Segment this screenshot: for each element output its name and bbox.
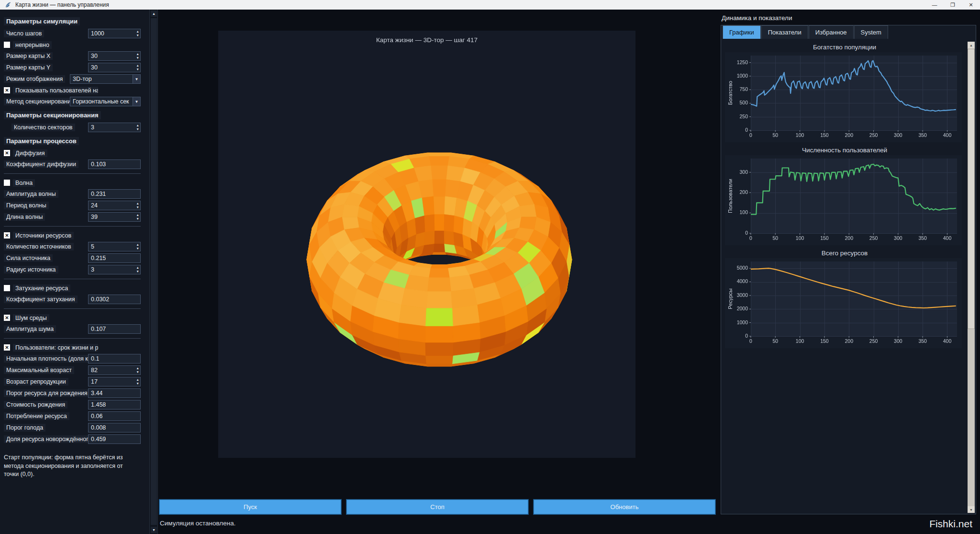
app-window: Карта жизни — панель управления — ❐ ✕ Па… [0,0,980,534]
charts-scrollbar-thumb[interactable] [968,49,975,329]
source-strength-entry[interactable]: 0.215 [88,253,141,263]
display-mode-value: 3D-тор [73,76,92,82]
environment-noise-checkbox[interactable]: ✕ [4,315,10,321]
map-size-y-spinbox[interactable]: 30▲▼ [88,63,141,72]
newborn-resource-share-entry[interactable]: 0.459 [88,434,141,444]
close-button[interactable]: ✕ [962,0,980,10]
tab-favorites[interactable]: Избранное [809,25,854,39]
wave-amplitude-entry[interactable]: 0.231 [88,189,141,199]
wave-period-spinbox[interactable]: 24▲▼ [88,201,141,210]
reproduction-age-spinbox[interactable]: 17▲▼ [88,377,141,386]
resource-sources-checkbox[interactable]: ✕ [4,232,10,239]
param-row-diffusion: ✕Диффузия [4,148,147,158]
decay-coefficient-entry[interactable]: 0.0302 [88,295,141,304]
steps-count-label: Число шагов [4,30,44,37]
max-age-label: Максимальный возраст [4,366,74,374]
continuous-checkbox[interactable] [4,42,10,48]
sidebar-scrollbar-thumb[interactable] [151,18,157,525]
spin-arrows-icon[interactable]: ▲▼ [136,378,139,386]
spin-arrows-icon[interactable]: ▲▼ [136,124,139,131]
wave-checkbox[interactable] [4,180,10,186]
param-row-wave-length: Длина волны39▲▼ [4,212,147,222]
refresh-button[interactable]: Обновить [533,499,716,515]
map-size-x-label: Размер карты X [4,52,53,60]
tab-system[interactable]: System [854,25,888,39]
param-row-source-count: Количество источников5▲▼ [4,242,147,251]
wave-period-label: Период волны [4,202,49,209]
max-age-spinbox[interactable]: 82▲▼ [88,365,141,375]
show-users-on-torus-checkbox[interactable]: ✕ [4,87,10,93]
spin-arrows-icon[interactable]: ▲▼ [136,202,139,209]
start-button[interactable]: Пуск [159,499,342,515]
birth-cost-label: Стоимость рождения [4,401,67,409]
charts-scrollbar[interactable]: ▲ ▼ [968,42,975,513]
display-mode-label: Режим отображения [4,75,65,83]
maximize-button[interactable]: ❐ [944,0,962,10]
initial-density-entry[interactable]: 0.1 [88,354,141,364]
spin-arrows-icon[interactable]: ▲▼ [136,213,139,221]
sidebar-scrollbar[interactable]: ▲ ▼ [149,10,158,534]
spin-arrows-icon[interactable]: ▲▼ [136,266,139,273]
diffusion-coefficient-value: 0.103 [91,161,106,168]
display-mode-combobox[interactable]: 3D-тор▼ [70,74,141,84]
hunger-threshold-label: Порог голода [4,424,45,432]
tab-indicators[interactable]: Показатели [761,25,808,39]
spin-arrows-icon[interactable]: ▲▼ [136,30,139,37]
separator [4,308,141,309]
chart-title: Богатство популяции [722,42,967,52]
diffusion-coefficient-entry[interactable]: 0.103 [88,159,141,169]
diffusion-coefficient-label: Коэффициент диффузии [4,160,78,168]
param-row-diffusion-coefficient: Коэффициент диффузии0.103 [4,159,147,169]
birth-cost-entry[interactable]: 1.458 [88,400,141,409]
param-row-map-size-y: Размер карты Y30▲▼ [4,63,147,72]
steps-count-spinbox[interactable]: 1000▲▼ [88,29,141,38]
scroll-down-icon[interactable]: ▼ [968,506,975,513]
minimize-button[interactable]: — [925,0,944,10]
tab-charts[interactable]: Графики [723,25,761,39]
resource-consumption-entry[interactable]: 0.06 [88,411,141,421]
spin-arrows-icon[interactable]: ▲▼ [136,243,139,250]
param-row-display-mode: Режим отображения3D-тор▼ [4,74,147,84]
wave-length-spinbox[interactable]: 39▲▼ [88,212,141,222]
simulation-params-header-label: Параметры симуляции [4,17,80,25]
sectioning-method-combobox[interactable]: Горизонтальные сек▼ [70,97,141,106]
newborn-resource-share-value: 0.459 [91,436,106,443]
diffusion-checkbox[interactable]: ✕ [4,150,10,156]
chart-title: Всего ресурсов [722,248,967,258]
chart-canvas-0 [725,52,962,142]
spin-arrows-icon[interactable]: ▲▼ [136,52,139,60]
source-count-spinbox[interactable]: 5▲▼ [88,242,141,251]
chevron-down-icon[interactable]: ▼ [133,97,140,106]
continuous-label: непрерывно [13,41,52,49]
param-row-continuous: непрерывно [4,40,147,49]
resource-decay-checkbox[interactable] [4,285,10,291]
scroll-up-icon[interactable]: ▲ [151,11,157,17]
source-radius-spinbox[interactable]: 3▲▼ [88,265,141,274]
torus-3d-view[interactable] [218,31,635,458]
spin-arrows-icon[interactable]: ▲▼ [136,366,139,374]
param-row-sector-count: Количество секторов3▲▼ [11,123,147,132]
spin-arrows-icon[interactable]: ▲▼ [136,64,139,71]
scroll-up-icon[interactable]: ▲ [968,42,975,48]
param-row-hunger-threshold: Порог голода0.008 [4,423,147,432]
noise-amplitude-entry[interactable]: 0.107 [88,324,141,334]
chart-canvas-1 [725,155,962,245]
sector-count-spinbox[interactable]: 3▲▼ [88,123,141,132]
chart-block-2: Всего ресурсов [722,248,967,351]
process-params-header-label: Параметры процессов [4,137,79,145]
users-lifespan-reproduction-checkbox[interactable]: ✕ [4,344,10,351]
hunger-threshold-entry[interactable]: 0.008 [88,423,141,432]
param-row-steps-count: Число шагов1000▲▼ [4,29,147,38]
chevron-down-icon[interactable]: ▼ [133,75,140,83]
stop-button[interactable]: Стоп [346,499,529,515]
param-row-map-size-x: Размер карты X30▲▼ [4,51,147,61]
chart-canvas-2 [725,258,962,348]
scroll-down-icon[interactable]: ▼ [151,527,157,533]
map-size-y-label: Размер карты Y [4,64,53,71]
resource-consumption-label: Потребление ресурса [4,412,69,420]
birth-resource-threshold-entry[interactable]: 3.44 [88,388,141,398]
map-size-x-spinbox[interactable]: 30▲▼ [88,51,141,61]
param-row-simulation-params-header: Параметры симуляции [4,17,147,26]
sector-count-value: 3 [91,124,94,131]
param-row-environment-noise: ✕Шум среды [4,313,147,322]
